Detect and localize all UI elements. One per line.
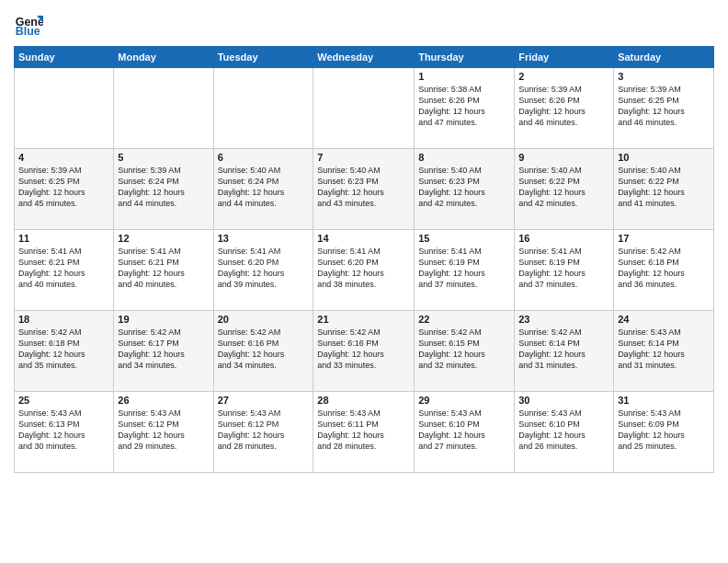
calendar-cell: 4Sunrise: 5:39 AM Sunset: 6:25 PM Daylig… xyxy=(15,149,114,230)
day-number: 4 xyxy=(18,152,109,163)
day-number: 27 xyxy=(218,395,310,406)
day-info: Sunrise: 5:41 AM Sunset: 6:19 PM Dayligh… xyxy=(418,246,510,291)
calendar-cell: 2Sunrise: 5:39 AM Sunset: 6:26 PM Daylig… xyxy=(515,68,614,149)
calendar-header-row: SundayMondayTuesdayWednesdayThursdayFrid… xyxy=(15,47,714,68)
calendar-cell: 17Sunrise: 5:42 AM Sunset: 6:18 PM Dayli… xyxy=(614,230,714,311)
day-info: Sunrise: 5:43 AM Sunset: 6:12 PM Dayligh… xyxy=(218,408,310,453)
day-number: 19 xyxy=(118,314,209,325)
day-info: Sunrise: 5:42 AM Sunset: 6:18 PM Dayligh… xyxy=(618,246,710,291)
calendar-cell: 27Sunrise: 5:43 AM Sunset: 6:12 PM Dayli… xyxy=(213,392,313,473)
calendar-header-wednesday: Wednesday xyxy=(313,47,415,68)
day-number: 6 xyxy=(218,152,310,163)
day-info: Sunrise: 5:40 AM Sunset: 6:22 PM Dayligh… xyxy=(518,165,609,210)
calendar-week-row: 1Sunrise: 5:38 AM Sunset: 6:26 PM Daylig… xyxy=(15,68,714,149)
day-number: 18 xyxy=(18,314,109,325)
day-info: Sunrise: 5:39 AM Sunset: 6:26 PM Dayligh… xyxy=(518,84,609,129)
calendar-cell: 24Sunrise: 5:43 AM Sunset: 6:14 PM Dayli… xyxy=(614,311,714,392)
calendar-header-friday: Friday xyxy=(515,47,614,68)
day-number: 21 xyxy=(317,314,410,325)
day-number: 12 xyxy=(118,233,209,244)
calendar-cell: 12Sunrise: 5:41 AM Sunset: 6:21 PM Dayli… xyxy=(114,230,213,311)
day-number: 22 xyxy=(418,314,510,325)
calendar-cell: 19Sunrise: 5:42 AM Sunset: 6:17 PM Dayli… xyxy=(114,311,213,392)
calendar-cell: 9Sunrise: 5:40 AM Sunset: 6:22 PM Daylig… xyxy=(515,149,614,230)
calendar-header-monday: Monday xyxy=(114,47,213,68)
day-info: Sunrise: 5:42 AM Sunset: 6:14 PM Dayligh… xyxy=(518,327,609,372)
calendar-cell: 8Sunrise: 5:40 AM Sunset: 6:23 PM Daylig… xyxy=(415,149,515,230)
calendar-cell: 7Sunrise: 5:40 AM Sunset: 6:23 PM Daylig… xyxy=(313,149,415,230)
calendar-cell: 28Sunrise: 5:43 AM Sunset: 6:11 PM Dayli… xyxy=(313,392,415,473)
page-header: General Blue xyxy=(14,9,714,39)
calendar-cell: 18Sunrise: 5:42 AM Sunset: 6:18 PM Dayli… xyxy=(15,311,114,392)
day-info: Sunrise: 5:43 AM Sunset: 6:10 PM Dayligh… xyxy=(418,408,510,453)
day-info: Sunrise: 5:40 AM Sunset: 6:22 PM Dayligh… xyxy=(618,165,710,210)
day-info: Sunrise: 5:41 AM Sunset: 6:21 PM Dayligh… xyxy=(118,246,209,291)
day-number: 20 xyxy=(218,314,310,325)
day-info: Sunrise: 5:41 AM Sunset: 6:20 PM Dayligh… xyxy=(218,246,310,291)
calendar-week-row: 25Sunrise: 5:43 AM Sunset: 6:13 PM Dayli… xyxy=(15,392,714,473)
calendar-cell: 1Sunrise: 5:38 AM Sunset: 6:26 PM Daylig… xyxy=(415,68,515,149)
day-number: 30 xyxy=(518,395,609,406)
calendar-cell: 31Sunrise: 5:43 AM Sunset: 6:09 PM Dayli… xyxy=(614,392,714,473)
calendar-cell: 22Sunrise: 5:42 AM Sunset: 6:15 PM Dayli… xyxy=(415,311,515,392)
day-number: 1 xyxy=(418,71,510,82)
day-number: 31 xyxy=(618,395,710,406)
day-number: 26 xyxy=(118,395,209,406)
day-number: 14 xyxy=(317,233,410,244)
day-number: 11 xyxy=(18,233,109,244)
day-number: 24 xyxy=(618,314,710,325)
calendar-cell: 3Sunrise: 5:39 AM Sunset: 6:25 PM Daylig… xyxy=(614,68,714,149)
day-info: Sunrise: 5:42 AM Sunset: 6:15 PM Dayligh… xyxy=(418,327,510,372)
calendar-cell xyxy=(15,68,114,149)
day-number: 7 xyxy=(317,152,410,163)
calendar-cell: 16Sunrise: 5:41 AM Sunset: 6:19 PM Dayli… xyxy=(515,230,614,311)
day-info: Sunrise: 5:42 AM Sunset: 6:16 PM Dayligh… xyxy=(218,327,310,372)
calendar-cell xyxy=(313,68,415,149)
calendar-cell: 25Sunrise: 5:43 AM Sunset: 6:13 PM Dayli… xyxy=(15,392,114,473)
day-info: Sunrise: 5:43 AM Sunset: 6:12 PM Dayligh… xyxy=(118,408,209,453)
calendar-header-saturday: Saturday xyxy=(614,47,714,68)
day-number: 5 xyxy=(118,152,209,163)
calendar-cell: 13Sunrise: 5:41 AM Sunset: 6:20 PM Dayli… xyxy=(213,230,313,311)
day-info: Sunrise: 5:40 AM Sunset: 6:23 PM Dayligh… xyxy=(317,165,410,210)
calendar-cell: 26Sunrise: 5:43 AM Sunset: 6:12 PM Dayli… xyxy=(114,392,213,473)
day-info: Sunrise: 5:43 AM Sunset: 6:13 PM Dayligh… xyxy=(18,408,109,453)
day-info: Sunrise: 5:43 AM Sunset: 6:10 PM Dayligh… xyxy=(518,408,609,453)
day-number: 2 xyxy=(518,71,609,82)
calendar-cell: 30Sunrise: 5:43 AM Sunset: 6:10 PM Dayli… xyxy=(515,392,614,473)
day-number: 9 xyxy=(518,152,609,163)
day-number: 15 xyxy=(418,233,510,244)
day-number: 23 xyxy=(518,314,609,325)
day-number: 29 xyxy=(418,395,510,406)
calendar-header-thursday: Thursday xyxy=(415,47,515,68)
calendar-cell: 11Sunrise: 5:41 AM Sunset: 6:21 PM Dayli… xyxy=(15,230,114,311)
day-info: Sunrise: 5:40 AM Sunset: 6:24 PM Dayligh… xyxy=(218,165,310,210)
day-info: Sunrise: 5:41 AM Sunset: 6:21 PM Dayligh… xyxy=(18,246,109,291)
calendar-week-row: 4Sunrise: 5:39 AM Sunset: 6:25 PM Daylig… xyxy=(15,149,714,230)
day-info: Sunrise: 5:42 AM Sunset: 6:16 PM Dayligh… xyxy=(317,327,410,372)
svg-text:Blue: Blue xyxy=(16,25,40,38)
calendar-cell: 5Sunrise: 5:39 AM Sunset: 6:24 PM Daylig… xyxy=(114,149,213,230)
calendar-cell: 10Sunrise: 5:40 AM Sunset: 6:22 PM Dayli… xyxy=(614,149,714,230)
calendar-cell: 20Sunrise: 5:42 AM Sunset: 6:16 PM Dayli… xyxy=(213,311,313,392)
calendar-cell: 15Sunrise: 5:41 AM Sunset: 6:19 PM Dayli… xyxy=(415,230,515,311)
day-info: Sunrise: 5:42 AM Sunset: 6:17 PM Dayligh… xyxy=(118,327,209,372)
day-number: 13 xyxy=(218,233,310,244)
calendar-header-tuesday: Tuesday xyxy=(213,47,313,68)
calendar-cell: 14Sunrise: 5:41 AM Sunset: 6:20 PM Dayli… xyxy=(313,230,415,311)
day-info: Sunrise: 5:43 AM Sunset: 6:14 PM Dayligh… xyxy=(618,327,710,372)
logo: General Blue xyxy=(14,9,47,39)
day-number: 16 xyxy=(518,233,609,244)
day-info: Sunrise: 5:41 AM Sunset: 6:19 PM Dayligh… xyxy=(518,246,609,291)
day-info: Sunrise: 5:39 AM Sunset: 6:24 PM Dayligh… xyxy=(118,165,209,210)
logo-icon: General Blue xyxy=(14,9,43,39)
calendar-cell xyxy=(114,68,213,149)
day-info: Sunrise: 5:43 AM Sunset: 6:11 PM Dayligh… xyxy=(317,408,410,453)
calendar-week-row: 18Sunrise: 5:42 AM Sunset: 6:18 PM Dayli… xyxy=(15,311,714,392)
day-info: Sunrise: 5:39 AM Sunset: 6:25 PM Dayligh… xyxy=(618,84,710,129)
day-info: Sunrise: 5:39 AM Sunset: 6:25 PM Dayligh… xyxy=(18,165,109,210)
calendar-cell xyxy=(213,68,313,149)
calendar-cell: 21Sunrise: 5:42 AM Sunset: 6:16 PM Dayli… xyxy=(313,311,415,392)
calendar-header-sunday: Sunday xyxy=(15,47,114,68)
day-number: 17 xyxy=(618,233,710,244)
